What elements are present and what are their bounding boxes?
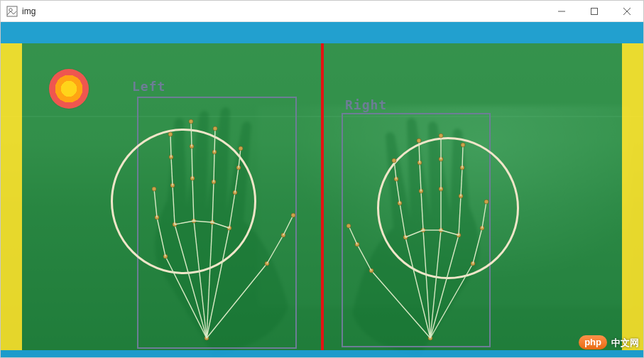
svg-point-32	[189, 119, 193, 124]
svg-point-50	[291, 213, 295, 217]
svg-line-10	[175, 224, 207, 338]
watermark-text: 中文网	[611, 338, 639, 347]
svg-line-49	[283, 215, 293, 235]
watermark-badge: php	[579, 335, 607, 349]
svg-line-56	[482, 202, 486, 228]
region-left-bar	[1, 43, 22, 350]
svg-point-38	[213, 126, 217, 131]
left-hand-skeleton	[107, 86, 320, 357]
close-button[interactable]	[611, 1, 643, 22]
svg-line-19	[194, 221, 212, 222]
app-icon	[6, 6, 18, 17]
svg-line-58	[430, 235, 459, 338]
svg-line-31	[191, 121, 192, 146]
svg-line-27	[192, 178, 194, 221]
svg-line-91	[394, 161, 396, 179]
svg-line-25	[170, 134, 171, 157]
svg-line-12	[194, 221, 207, 338]
svg-line-8	[154, 189, 157, 217]
svg-point-44	[239, 146, 243, 151]
target-indicator	[49, 69, 89, 109]
svg-line-35	[214, 152, 214, 182]
svg-line-89	[396, 179, 400, 203]
app-window: img Left Right	[0, 0, 644, 358]
svg-line-87	[400, 203, 405, 237]
svg-point-86	[417, 139, 421, 143]
svg-line-20	[212, 222, 229, 228]
svg-line-81	[421, 191, 423, 230]
svg-line-47	[267, 235, 283, 264]
svg-line-43	[239, 148, 241, 168]
svg-line-69	[459, 196, 461, 235]
svg-line-66	[441, 230, 459, 235]
svg-line-18	[175, 221, 194, 224]
svg-line-73	[462, 145, 463, 168]
svg-point-98	[346, 224, 351, 228]
svg-line-23	[171, 157, 173, 185]
titlebar[interactable]: img	[1, 1, 643, 22]
svg-line-29	[192, 146, 192, 178]
svg-line-4	[165, 256, 207, 338]
svg-line-21	[173, 185, 175, 224]
svg-line-71	[461, 168, 462, 196]
region-right-bar	[622, 43, 643, 350]
svg-line-83	[420, 163, 421, 191]
svg-line-85	[419, 141, 420, 163]
svg-line-54	[473, 228, 482, 264]
svg-line-14	[207, 222, 212, 338]
svg-line-16	[207, 228, 229, 338]
svg-line-33	[212, 182, 214, 222]
svg-line-97	[349, 226, 357, 244]
svg-line-95	[357, 244, 371, 271]
svg-point-92	[392, 158, 396, 163]
svg-point-9	[152, 187, 156, 191]
right-hand-skeleton	[320, 104, 533, 357]
svg-line-45	[207, 264, 267, 338]
svg-line-41	[235, 168, 239, 192]
svg-line-6	[157, 217, 165, 256]
watermark: php 中文网	[579, 335, 639, 350]
svg-point-57	[484, 200, 489, 204]
svg-point-80	[439, 134, 443, 138]
window-title: img	[22, 6, 36, 16]
minimize-button[interactable]	[545, 1, 578, 22]
maximize-button[interactable]	[578, 1, 611, 22]
svg-line-37	[214, 129, 215, 152]
svg-point-74	[461, 143, 465, 147]
svg-line-68	[405, 230, 423, 237]
image-viewport: Left Right	[1, 22, 643, 357]
region-top-bar	[1, 22, 643, 43]
svg-line-39	[229, 192, 235, 228]
svg-line-93	[371, 271, 430, 338]
svg-rect-0	[7, 6, 17, 16]
svg-rect-2	[591, 8, 598, 14]
svg-point-26	[168, 132, 173, 136]
